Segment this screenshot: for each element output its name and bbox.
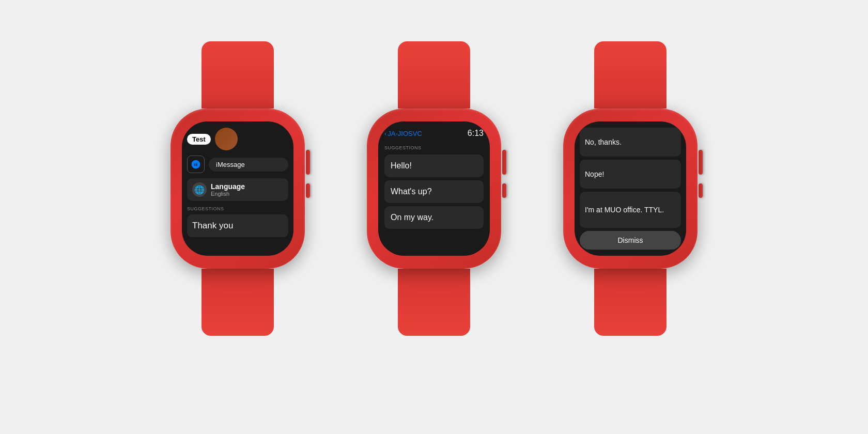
suggestion-hello[interactable]: Hello! — [384, 154, 484, 177]
screen2-content: ‹ JA-JIOSVC 6:13 SUGGESTIONS Hello! What… — [378, 121, 490, 256]
language-text: Language English — [211, 182, 245, 197]
screen1-header: Test — [187, 128, 288, 150]
language-row: 🌐 Language English — [187, 178, 288, 201]
band-bottom-3 — [594, 269, 667, 336]
watch-3: No, thanks. Nope! I'm at MUO office. TTY… — [548, 41, 713, 393]
time-display: 6:13 — [468, 129, 484, 138]
band-bottom-1 — [202, 269, 274, 336]
band-bottom-2 — [398, 269, 470, 336]
dismiss-button[interactable]: Dismiss — [580, 231, 681, 250]
watch-screen-1: Test iMessage 🌐 — [182, 121, 293, 256]
watch-2: ‹ JA-JIOSVC 6:13 SUGGESTIONS Hello! What… — [351, 41, 517, 393]
imessage-label: iMessage — [209, 158, 288, 172]
reply-no-thanks[interactable]: No, thanks. — [580, 128, 681, 157]
band-top-3 — [594, 41, 667, 109]
watch-1: Test iMessage 🌐 — [155, 41, 320, 393]
app-store-row: iMessage — [187, 156, 288, 173]
screen1-content: Test iMessage 🌐 — [182, 121, 293, 256]
watch-screen-3: No, thanks. Nope! I'm at MUO office. TTY… — [575, 121, 686, 256]
reply-muo[interactable]: I'm at MUO office. TTYL. — [580, 192, 681, 228]
suggestions-header-2: SUGGESTIONS — [384, 145, 484, 150]
chat-bubble: Test — [187, 134, 211, 145]
screen3-content: No, thanks. Nope! I'm at MUO office. TTY… — [575, 121, 686, 256]
suggestion-onmyway[interactable]: On my way. — [384, 206, 484, 229]
language-label: Language — [211, 182, 245, 191]
globe-icon: 🌐 — [192, 182, 207, 197]
band-top-2 — [398, 41, 470, 109]
avatar-1 — [215, 128, 238, 150]
app-store-svg — [191, 159, 201, 169]
suggestion-thank-you[interactable]: Thank you — [187, 214, 288, 237]
app-store-icon — [187, 156, 205, 173]
band-top-1 — [202, 41, 274, 109]
back-button[interactable]: ‹ JA-JIOSVC — [384, 130, 422, 137]
watch-body-3: No, thanks. Nope! I'm at MUO office. TTY… — [563, 109, 698, 269]
screen2-header: ‹ JA-JIOSVC 6:13 — [384, 129, 484, 138]
suggestion-whatsup[interactable]: What's up? — [384, 180, 484, 203]
back-label: JA-JIOSVC — [388, 130, 422, 137]
reply-nope[interactable]: Nope! — [580, 160, 681, 189]
watch-body-1: Test iMessage 🌐 — [171, 109, 305, 269]
back-chevron-icon: ‹ — [384, 130, 386, 137]
watch-screen-2: ‹ JA-JIOSVC 6:13 SUGGESTIONS Hello! What… — [378, 121, 490, 256]
suggestions-label-1: SUGGESTIONS — [187, 206, 288, 211]
language-sublabel: English — [211, 191, 245, 197]
watch-body-2: ‹ JA-JIOSVC 6:13 SUGGESTIONS Hello! What… — [367, 109, 501, 269]
